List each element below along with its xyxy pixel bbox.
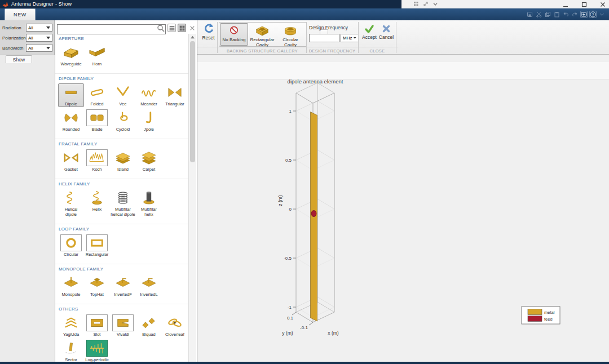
backing-button-rect-cavity[interactable]: Rectangular Cavity xyxy=(248,23,276,46)
gallery-item-meander[interactable]: Meander xyxy=(136,83,162,107)
design-frequency-input[interactable] xyxy=(309,34,339,42)
list-view-button[interactable] xyxy=(167,24,176,32)
gallery-item-label: Helical dipole xyxy=(59,207,83,217)
gallery-item-waveguide[interactable]: Waveguide xyxy=(58,43,84,67)
gallery-item-cycloid[interactable]: Cycloid xyxy=(110,109,136,132)
gallery-item-dipole[interactable]: Dipole xyxy=(58,83,84,107)
close-button[interactable] xyxy=(599,1,606,7)
gallery-item-gasket[interactable]: Gasket xyxy=(58,149,84,172)
gallery-item-multifilar-helix[interactable]: Multifilar helix xyxy=(136,189,162,217)
gallery-section-0: APERTUREWaveguideHorn xyxy=(55,34,189,74)
save-icon[interactable] xyxy=(526,11,533,18)
gallery-item-carpet[interactable]: Carpet xyxy=(136,149,162,172)
filter-row-polarization: PolarizationAll xyxy=(2,33,52,43)
minimize-button[interactable] xyxy=(562,1,568,7)
chevron-down-icon[interactable] xyxy=(433,1,438,7)
gallery-item-folded[interactable]: Folded xyxy=(84,83,110,107)
gallery-item-rectangular-loop[interactable]: Rectangular xyxy=(84,234,110,258)
gallery-item-rounded[interactable]: Rounded xyxy=(58,109,84,132)
gallery-item-blade[interactable]: Blade xyxy=(84,109,110,132)
backing-button-circ-cavity[interactable]: Circular Cavity xyxy=(276,23,304,46)
document-tab-show[interactable]: Show xyxy=(6,55,32,63)
paste-icon[interactable] xyxy=(553,11,561,18)
gallery-item-jpole[interactable]: Jpole xyxy=(136,109,162,132)
filter-select-polarization[interactable]: All xyxy=(26,34,52,42)
gallery-item-biquad[interactable]: Biquad xyxy=(136,314,162,338)
gallery-item-horn[interactable]: Horn xyxy=(84,43,110,67)
gallery-section-items: MonopoleTopHatInvertedFInvertedL xyxy=(55,274,189,299)
filter-row-radiation: RadiationAll xyxy=(2,23,52,33)
gallery-item-log-periodic[interactable]: Log-periodic xyxy=(84,339,110,362)
gallery-item-yagiuda[interactable]: YagiUda xyxy=(58,314,84,338)
tab-new[interactable]: NEW xyxy=(5,8,36,20)
dipole-icon xyxy=(60,84,82,101)
scrollbar-thumb[interactable] xyxy=(190,41,195,162)
filter-select-bandwidth[interactable]: All xyxy=(26,44,52,52)
close-x-icon xyxy=(189,25,195,31)
gallery-item-label: TopHat xyxy=(90,292,104,297)
antenna-designer-window: Antenna Designer - Show xyxy=(0,0,609,364)
gallery-item-helical-dipole[interactable]: Helical dipole xyxy=(58,189,84,217)
dropdown-caret-icon xyxy=(46,26,50,29)
copy-icon[interactable] xyxy=(544,11,551,18)
redo-icon[interactable] xyxy=(571,11,579,18)
grid-icon[interactable] xyxy=(413,1,419,7)
frequency-unit-select[interactable]: MHz xyxy=(341,34,359,42)
accept-button[interactable]: Accept xyxy=(361,24,378,45)
gallery-item-label: Multifilar helix xyxy=(136,207,161,217)
plot-legend: metal feed xyxy=(522,307,560,324)
help-icon[interactable]: ? xyxy=(589,11,597,18)
accept-label: Accept xyxy=(362,34,377,40)
undo-icon[interactable] xyxy=(562,11,570,18)
carpet-icon xyxy=(138,149,160,166)
gallery-item-vivaldi[interactable]: Vivaldi xyxy=(110,314,136,338)
gallery-item-invertedl[interactable]: InvertedL xyxy=(136,274,162,298)
z-axis-ticks: 1 0.5 0 -0.5 -1 0.1 xyxy=(284,109,293,321)
gallery-section-items: DipoleFoldedVeeMeanderTriangularRoundedB… xyxy=(55,83,189,134)
accept-check-icon xyxy=(364,24,374,34)
cancel-button[interactable]: Cancel xyxy=(378,24,395,45)
gallery-item-island[interactable]: Island xyxy=(110,149,136,172)
gallery-item-invertedf[interactable]: InvertedF xyxy=(110,274,136,298)
gallery-item-slot[interactable]: Slot xyxy=(84,314,110,338)
gallery-item-monopole[interactable]: Monopole xyxy=(58,274,84,298)
gallery-item-label: Gasket xyxy=(64,167,78,172)
gallery-item-tophat[interactable]: TopHat xyxy=(84,274,110,298)
rectangular-loop-icon xyxy=(86,234,108,251)
gallery-item-sector[interactable]: Sector xyxy=(58,339,84,362)
gallery-item-label: Jpole xyxy=(144,127,154,132)
filter-select-radiation[interactable]: All xyxy=(26,24,52,32)
gallery-item-helix[interactable]: Helix xyxy=(84,189,110,217)
svg-text:0: 0 xyxy=(289,207,292,212)
gallery-item-vee[interactable]: Vee xyxy=(110,83,136,107)
cut-icon[interactable] xyxy=(535,11,542,18)
backing-button-no-backing[interactable]: No Backing xyxy=(220,23,248,46)
gallery-section-2: FRACTAL FAMILYGasketKochIslandCarpet xyxy=(55,139,189,179)
gallery-item-multifilar-helical-dipole[interactable]: Multifilar helical dipole xyxy=(110,189,136,217)
gallery-item-label: Island xyxy=(117,167,129,172)
legend-label-metal: metal xyxy=(544,310,555,315)
gallery-item-label: InvertedL xyxy=(140,292,157,297)
plot-title: dipole antenna element xyxy=(288,78,343,85)
search-input[interactable] xyxy=(57,24,166,34)
gallery-item-label: Slot xyxy=(94,332,101,337)
gallery-scrollbar[interactable] xyxy=(188,34,196,362)
reset-button[interactable]: Reset xyxy=(199,23,218,46)
section-label-backing: BACKING STRUCTURE GALLERY xyxy=(218,48,306,54)
scrollbar-up-arrow[interactable] xyxy=(189,34,196,41)
switch-window-icon[interactable] xyxy=(580,11,588,18)
x-axis-tick: -0.1 xyxy=(300,325,308,330)
gallery-close-button[interactable] xyxy=(189,25,196,32)
gallery-item-koch[interactable]: Koch xyxy=(84,149,110,172)
backing-label: Circular Cavity xyxy=(277,37,304,47)
plot-canvas[interactable]: dipole antenna element 1 0.5 0 -0.5 -1 0… xyxy=(197,55,609,363)
grid-view-button[interactable] xyxy=(178,24,186,32)
gallery-item-triangular[interactable]: Triangular xyxy=(162,83,188,107)
gallery-item-circular-loop[interactable]: Circular xyxy=(58,234,84,258)
resize-icon[interactable] xyxy=(423,1,429,7)
maximize-button[interactable] xyxy=(581,1,587,7)
gallery-item-cloverleaf[interactable]: Cloverleaf xyxy=(162,314,188,338)
gallery-item-label: Sector xyxy=(65,357,77,362)
chevron-down-icon[interactable] xyxy=(598,11,606,18)
gallery-section-title: FRACTAL FAMILY xyxy=(55,141,189,149)
